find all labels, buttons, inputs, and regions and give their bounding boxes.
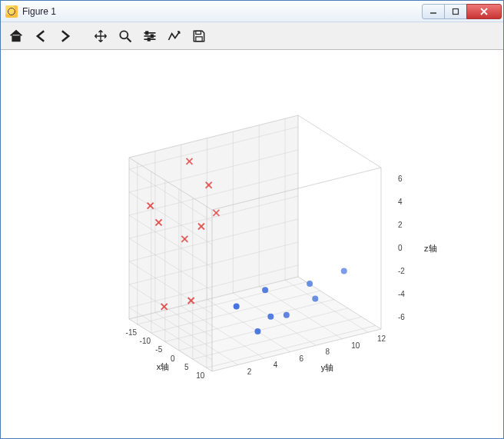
app-window: Figure 1	[0, 0, 504, 439]
svg-text:0: 0	[398, 244, 403, 252]
save-icon	[191, 28, 207, 44]
scatter-3d-chart: -15-10-5051024681012-6-4-20246x轴y轴z轴	[1, 50, 503, 438]
zoom-button[interactable]	[114, 25, 136, 47]
svg-point-109	[307, 281, 313, 287]
save-button[interactable]	[188, 25, 210, 47]
svg-text:4: 4	[398, 198, 403, 206]
svg-point-4	[120, 31, 128, 38]
svg-rect-11	[148, 38, 151, 40]
svg-text:5: 5	[184, 363, 189, 371]
svg-text:2: 2	[398, 221, 403, 229]
forward-icon	[58, 28, 73, 44]
edit-button[interactable]	[164, 25, 185, 47]
edit-icon	[167, 28, 182, 44]
svg-text:-15: -15	[126, 328, 138, 337]
svg-text:-2: -2	[398, 267, 405, 275]
svg-rect-1	[453, 8, 459, 14]
svg-point-112	[312, 296, 318, 302]
svg-text:10: 10	[196, 371, 205, 380]
window-buttons	[423, 4, 502, 19]
svg-text:10: 10	[351, 341, 360, 350]
svg-point-111	[284, 312, 290, 318]
back-icon	[33, 28, 48, 44]
configure-subplots-button[interactable]	[139, 25, 161, 47]
back-button[interactable]	[30, 25, 51, 47]
svg-text:z轴: z轴	[424, 244, 437, 253]
svg-text:8: 8	[325, 348, 330, 356]
svg-text:-6: -6	[398, 313, 405, 321]
svg-rect-12	[196, 31, 201, 34]
svg-line-5	[128, 38, 131, 42]
svg-rect-13	[196, 36, 202, 41]
svg-text:12: 12	[377, 334, 386, 343]
forward-button[interactable]	[55, 25, 76, 47]
plot-area[interactable]: -15-10-5051024681012-6-4-20246x轴y轴z轴	[1, 50, 503, 438]
svg-point-110	[267, 314, 274, 320]
svg-point-114	[254, 328, 260, 334]
home-icon	[8, 28, 24, 44]
svg-text:2: 2	[247, 367, 252, 376]
svg-text:0: 0	[171, 354, 175, 363]
svg-point-107	[234, 303, 240, 309]
svg-line-61	[298, 115, 381, 168]
svg-text:x轴: x轴	[157, 362, 170, 371]
svg-text:6: 6	[300, 354, 304, 363]
svg-rect-9	[146, 32, 148, 34]
pan-icon	[93, 28, 108, 44]
pan-button[interactable]	[90, 25, 111, 47]
svg-text:-4: -4	[398, 290, 405, 298]
window-title: Figure 1	[22, 6, 423, 17]
maximize-button[interactable]	[444, 4, 467, 19]
close-button[interactable]	[466, 4, 502, 19]
svg-text:6: 6	[398, 175, 403, 183]
svg-rect-10	[151, 35, 154, 37]
toolbar	[1, 22, 503, 50]
svg-text:-10: -10	[140, 337, 151, 345]
subplots-icon	[142, 28, 158, 44]
zoom-icon	[118, 28, 133, 44]
minimize-button[interactable]	[422, 4, 445, 19]
svg-text:y轴: y轴	[321, 363, 334, 372]
svg-point-108	[262, 287, 268, 293]
titlebar: Figure 1	[1, 1, 503, 22]
svg-text:4: 4	[274, 361, 278, 369]
svg-point-113	[341, 268, 347, 274]
home-button[interactable]	[5, 25, 27, 47]
svg-text:-5: -5	[155, 345, 162, 354]
app-icon	[5, 5, 18, 18]
